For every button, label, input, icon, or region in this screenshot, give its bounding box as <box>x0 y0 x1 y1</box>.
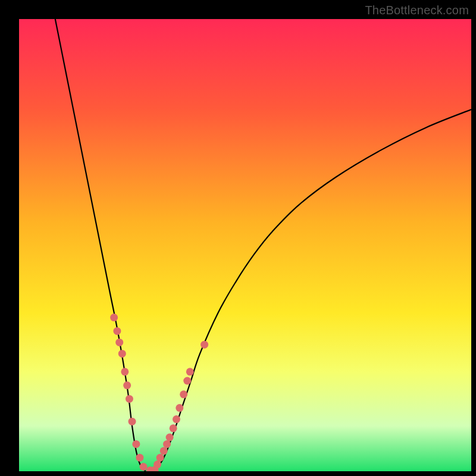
data-point <box>180 390 187 398</box>
data-point <box>183 377 191 385</box>
data-point <box>176 404 183 412</box>
data-point <box>126 395 133 403</box>
data-point <box>129 418 136 425</box>
plot-area <box>19 19 471 471</box>
data-point <box>170 424 177 432</box>
data-point <box>136 454 143 462</box>
data-point <box>115 339 123 346</box>
data-point <box>163 440 171 448</box>
data-point <box>132 440 140 448</box>
data-point <box>186 368 194 375</box>
outer-black-frame: TheBottleneck.com <box>0 0 476 476</box>
data-point <box>110 314 118 321</box>
data-point <box>154 461 161 468</box>
data-point <box>113 327 121 335</box>
data-point <box>118 350 126 358</box>
data-point <box>160 447 168 455</box>
gradient-background <box>19 19 471 471</box>
chart-canvas <box>19 19 471 471</box>
data-point <box>201 341 208 349</box>
data-point <box>173 415 180 423</box>
data-point <box>140 463 148 471</box>
data-point <box>156 454 164 462</box>
data-point <box>121 368 129 375</box>
data-point <box>166 434 174 441</box>
watermark-text: TheBottleneck.com <box>365 4 469 17</box>
data-point <box>123 381 131 389</box>
